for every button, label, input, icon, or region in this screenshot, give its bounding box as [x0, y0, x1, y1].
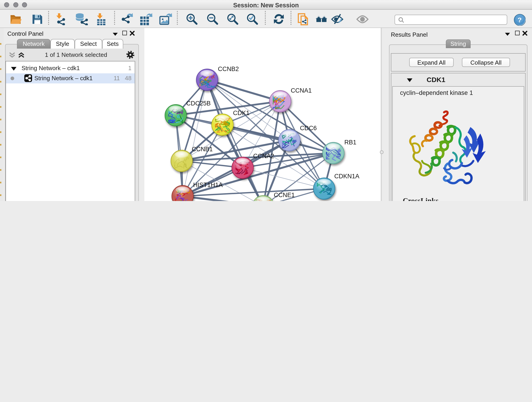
- svg-text:CDC25B: CDC25B: [186, 100, 211, 107]
- svg-text:HIST1H1A: HIST1H1A: [193, 182, 223, 188]
- svg-text:CDK1: CDK1: [233, 109, 249, 116]
- svg-text:CDKN1A: CDKN1A: [334, 173, 360, 180]
- svg-text:CCNE1: CCNE1: [274, 191, 295, 198]
- svg-text:CCNA2: CCNA2: [253, 153, 274, 160]
- svg-text:CDC6: CDC6: [300, 125, 317, 132]
- svg-text:CCNB1: CCNB1: [192, 146, 213, 153]
- svg-text:CCNA1: CCNA1: [291, 87, 312, 94]
- svg-text:RB1: RB1: [344, 139, 356, 146]
- svg-text:?: ?: [518, 16, 522, 24]
- svg-text:CCNB2: CCNB2: [218, 65, 239, 72]
